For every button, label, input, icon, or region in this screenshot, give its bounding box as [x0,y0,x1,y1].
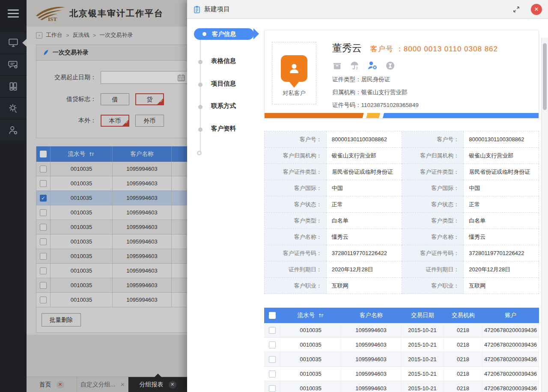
column-header-account[interactable]: 账户 [482,308,539,323]
customer-card: 对私客户 董秀云 客户号 ：8000 0013 0110 0308 862 2 … [264,30,539,119]
row-checkbox[interactable] [269,371,276,377]
hourglass-icon[interactable] [385,61,395,71]
customer-avatar: 对私客户 [272,42,316,104]
table-row[interactable]: 0010035 1095994603 2015-10-21 0218 47206… [264,338,539,352]
column-header-date[interactable]: 交易日期 [401,308,444,323]
detail-row: 客户证件号码： 372801197701226422 客户证件号码： 37280… [265,245,539,261]
sort-icon[interactable] [318,312,324,318]
detail-row: 客户国际： 中国 客户国际： 中国 [265,180,539,196]
customer-info-line: 证件类型：居民身份证 [332,76,498,83]
drawer-title: 新建项目 [204,5,230,13]
row-checkbox[interactable] [269,342,276,348]
customer-type-label: 对私客户 [272,89,316,97]
table-header-row: 流水号 客户名称 交易日期 交易机构 账户 [264,308,539,323]
row-checkbox[interactable] [269,385,276,392]
card-accent-stripe [265,113,539,118]
detail-row: 客户职业： 互联网 客户职业： 互联网 [265,278,539,294]
table-row[interactable]: 0010035 1095994603 2015-10-21 0218 47206… [264,352,539,367]
column-header-customer[interactable]: 客户名称 [341,308,401,323]
step-dot-icon [198,83,203,87]
customer-detail-table: 客户号： 800001301100308862 客户号： 80000130110… [264,131,539,294]
detail-row: 客户归属机构： 银雀山支行营业部 客户归属机构： 银雀山支行营业部 [265,148,539,164]
customer-info-line: 证件号码：110238751028365849 [332,101,498,109]
row-checkbox[interactable] [269,327,276,334]
step-dot-icon [198,128,203,132]
scrollbar-track[interactable] [541,38,548,392]
umbrella-2-icon[interactable]: 2 [349,61,360,71]
pin-tip [289,81,299,88]
detail-row: 客户状态： 正常 客户状态： 正常 [265,196,539,213]
detail-row: 客户名称： 懂秀云 客户名称： 懂秀云 [265,229,539,245]
new-project-drawer: 新建项目 ✕ 客户信息 表格信息 项目信息 [187,0,548,392]
close-button[interactable]: ✕ [531,4,542,15]
column-header-org[interactable]: 交易机构 [444,308,482,323]
row-checkbox[interactable] [269,356,276,363]
drawer-header: 新建项目 ✕ [187,0,548,19]
step-dot-icon [198,60,203,64]
step-connector-line [200,39,201,155]
column-header-serial[interactable]: 流水号 [298,312,315,319]
step-nav: 客户信息 表格信息 项目信息 联系方式 客户资料 [187,19,264,392]
active-step-ring-icon [203,32,206,36]
expand-icon[interactable] [513,6,520,13]
table-row[interactable]: 0010035 1095994603 2015-10-21 0218 47206… [264,323,539,338]
modal-mask [0,0,187,392]
customer-info-line: 归属机构：银雀山支行营业部 [332,89,498,96]
detail-row: 证件到期日： 2020年12月28日 证件到期日： 2020年12月28日 [265,261,539,278]
scrollbar-thumb[interactable] [543,43,547,110]
clipboard-icon [193,6,201,13]
svg-text:2: 2 [356,66,358,70]
step-dot-icon [198,105,203,109]
table-row[interactable]: 0010035 1095994603 2015-10-21 0218 47206… [264,367,539,381]
detail-row: 客户类型： 白名单 客户类型： 白名单 [265,213,539,229]
archive-box-icon[interactable] [332,61,342,71]
customer-name: 董秀云 [332,42,362,55]
select-all-checkbox[interactable] [269,312,276,319]
drawer-transaction-table: 流水号 客户名称 交易日期 交易机构 账户 0010035 1095994603 [264,308,539,392]
detail-row: 客户证件类型： 居民省份证或临时身份证 客户证件类型： 居民省份证或临时身份证 [265,164,539,180]
person-x-icon[interactable] [367,60,378,71]
step-end-circle-icon [197,151,202,155]
table-row[interactable]: 0010035 1095994603 2015-10-21 0218 47206… [264,381,539,392]
customer-number: 客户号 ：8000 0013 0110 0308 862 [370,44,498,54]
person-pin-icon [281,55,307,82]
detail-row: 客户号： 800001301100308862 客户号： 80000130110… [265,131,539,148]
step-customer-info[interactable]: 客户信息 [194,28,254,40]
